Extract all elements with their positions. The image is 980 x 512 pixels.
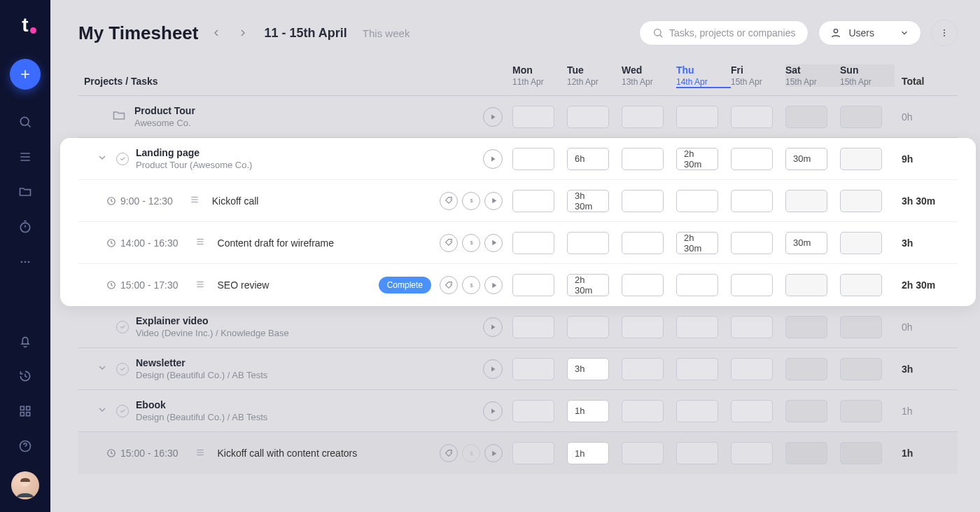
subtask-name[interactable]: Kickoff call [212, 195, 259, 207]
complete-toggle[interactable] [116, 153, 129, 165]
time-cell[interactable] [731, 358, 785, 380]
play-button[interactable] [484, 192, 503, 210]
time-cell[interactable] [622, 400, 676, 422]
time-cell[interactable] [731, 148, 785, 170]
time-cell[interactable] [512, 400, 567, 422]
time-cell[interactable] [840, 148, 895, 170]
time-cell[interactable] [840, 400, 895, 422]
nav-notifications[interactable] [11, 327, 39, 355]
time-cell[interactable] [676, 190, 731, 212]
time-cell[interactable] [512, 358, 567, 380]
time-cell[interactable] [676, 274, 731, 296]
nav-list[interactable] [11, 143, 39, 171]
row-name[interactable]: Landing page [136, 147, 252, 158]
play-button[interactable] [484, 444, 503, 462]
subtask-name[interactable]: Kickoff call with content creators [218, 448, 358, 459]
time-cell[interactable] [731, 316, 785, 338]
time-cell[interactable] [731, 400, 785, 422]
row-name[interactable]: Newsletter [136, 357, 267, 368]
time-cell[interactable] [567, 232, 622, 254]
time-cell[interactable] [731, 190, 785, 212]
time-cell[interactable] [840, 274, 895, 296]
complete-toggle[interactable] [116, 321, 129, 333]
time-cell[interactable] [676, 358, 731, 380]
users-filter[interactable]: Users [818, 20, 921, 46]
time-cell[interactable] [512, 442, 567, 464]
time-cell[interactable]: 2h 30m [676, 148, 731, 170]
time-cell[interactable] [676, 316, 731, 338]
time-cell[interactable] [512, 232, 567, 254]
play-button[interactable] [484, 276, 503, 294]
time-cell[interactable] [567, 106, 622, 128]
time-cell[interactable]: 3h 30m [567, 190, 622, 212]
search-input[interactable]: Tasks, projects or companies [639, 20, 809, 46]
time-cell[interactable] [622, 274, 676, 296]
play-button[interactable] [483, 401, 503, 421]
time-cell[interactable] [785, 316, 840, 338]
tag-button[interactable] [440, 276, 458, 294]
time-cell[interactable] [785, 274, 840, 296]
time-cell[interactable] [512, 274, 567, 296]
nav-search[interactable] [11, 108, 39, 136]
nav-more[interactable] [11, 248, 39, 276]
time-cell[interactable]: 30m [785, 148, 840, 170]
time-cell[interactable] [731, 442, 785, 464]
complete-toggle[interactable] [116, 363, 129, 375]
row-name[interactable]: Explainer video [136, 315, 289, 326]
time-cell[interactable] [731, 232, 785, 254]
time-cell[interactable] [622, 106, 676, 128]
time-cell[interactable]: 2h 30m [567, 274, 622, 296]
time-cell[interactable] [622, 358, 676, 380]
expand-toggle[interactable] [97, 362, 109, 375]
time-cell[interactable] [512, 190, 567, 212]
time-cell[interactable] [785, 106, 840, 128]
play-button[interactable] [483, 107, 503, 127]
time-cell[interactable] [676, 400, 731, 422]
time-cell[interactable] [840, 232, 895, 254]
time-cell[interactable] [622, 232, 676, 254]
play-button[interactable] [483, 317, 503, 337]
time-cell[interactable] [512, 148, 567, 170]
subtask-name[interactable]: SEO review [218, 279, 270, 291]
time-cell[interactable]: 30m [785, 232, 840, 254]
row-name[interactable]: Product Tour [134, 105, 195, 116]
time-cell[interactable] [731, 106, 785, 128]
time-cell[interactable] [840, 442, 895, 464]
tag-button[interactable] [440, 192, 458, 210]
billable-button[interactable]: $ [462, 192, 480, 210]
complete-toggle[interactable] [116, 405, 129, 417]
time-cell[interactable]: 6h [567, 148, 622, 170]
tag-button[interactable] [440, 444, 458, 462]
play-button[interactable] [484, 234, 503, 252]
date-range[interactable]: 11 - 15th April [264, 26, 346, 41]
time-cell[interactable] [785, 442, 840, 464]
time-cell[interactable] [622, 442, 676, 464]
next-period-button[interactable] [234, 25, 251, 41]
time-cell[interactable] [512, 106, 567, 128]
this-week-label[interactable]: This week [363, 27, 410, 39]
time-cell[interactable] [731, 274, 785, 296]
nav-folder[interactable] [11, 178, 39, 206]
prev-period-button[interactable] [208, 25, 225, 41]
time-cell[interactable] [512, 316, 567, 338]
nav-history[interactable] [11, 362, 39, 390]
user-avatar[interactable] [11, 471, 39, 499]
time-cell[interactable] [840, 106, 895, 128]
expand-toggle[interactable] [97, 404, 109, 417]
time-cell[interactable] [622, 148, 676, 170]
time-cell[interactable]: 2h 30m [676, 232, 731, 254]
subtask-name[interactable]: Content draft for wireframe [218, 237, 335, 249]
nav-help[interactable] [11, 432, 39, 460]
time-cell[interactable] [676, 442, 731, 464]
time-cell[interactable] [676, 106, 731, 128]
billable-button[interactable]: $ [462, 276, 480, 294]
row-name[interactable]: Ebook [136, 399, 267, 410]
time-cell[interactable]: 1h [567, 442, 622, 464]
time-cell[interactable] [840, 316, 895, 338]
add-button[interactable] [10, 59, 41, 90]
time-cell[interactable]: 3h [567, 358, 622, 380]
expand-toggle[interactable] [97, 152, 109, 165]
time-cell[interactable] [785, 190, 840, 212]
time-cell[interactable] [567, 316, 622, 338]
tag-button[interactable] [440, 234, 458, 252]
